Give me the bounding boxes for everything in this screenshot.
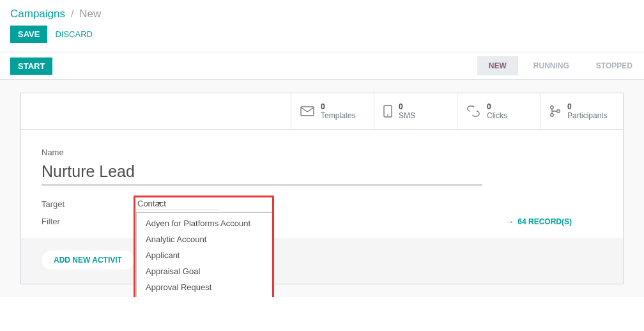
discard-button[interactable]: DISCARD	[55, 29, 93, 39]
svg-rect-0	[301, 107, 314, 116]
arrow-right-icon: →	[506, 217, 514, 226]
status-stopped[interactable]: STOPPED	[581, 56, 644, 75]
target-input[interactable]	[136, 198, 219, 210]
svg-point-4	[551, 114, 553, 116]
activity-bar: ADD NEW ACTIVIT	[21, 238, 623, 284]
name-input[interactable]	[42, 161, 482, 185]
participants-label: Participants	[567, 111, 608, 120]
sms-label: SMS	[399, 111, 415, 120]
filter-label: Filter	[42, 217, 136, 226]
stat-sms[interactable]: 0 SMS	[374, 93, 457, 129]
action-toolbar: SAVE DISCARD	[0, 26, 644, 52]
participants-count: 0	[567, 102, 608, 111]
form-card: 0 Templates 0 SMS 0 Clicks	[20, 93, 624, 284]
stat-clicks[interactable]: 0 Clicks	[457, 93, 540, 129]
svg-point-2	[387, 114, 388, 116]
mobile-icon	[383, 105, 392, 118]
dropdown-item[interactable]: Asset/Revenue Recognition	[137, 295, 272, 297]
branch-icon	[549, 105, 561, 118]
svg-point-3	[551, 106, 553, 109]
clicks-count: 0	[487, 102, 507, 111]
breadcrumb-sep: /	[71, 8, 74, 20]
breadcrumb-main[interactable]: Campaigns	[10, 8, 65, 20]
name-label: Name	[42, 148, 602, 157]
stat-participants[interactable]: 0 Participants	[540, 93, 623, 129]
dropdown-item[interactable]: Adyen for Platforms Account	[137, 215, 272, 231]
clicks-label: Clicks	[487, 111, 507, 120]
status-new[interactable]: NEW	[477, 56, 518, 75]
records-link[interactable]: 64 RECORD(S)	[518, 217, 572, 226]
dropdown-item[interactable]: Approval Request	[137, 279, 272, 295]
sms-count: 0	[399, 102, 415, 111]
templates-count: 0	[321, 102, 356, 111]
target-label: Target	[42, 198, 136, 210]
envelope-icon	[300, 106, 314, 116]
save-button[interactable]: SAVE	[10, 26, 47, 43]
dropdown-item[interactable]: Appraisal Goal	[137, 263, 272, 279]
link-icon	[466, 105, 480, 117]
status-running[interactable]: RUNNING	[518, 56, 581, 75]
add-activity-button[interactable]: ADD NEW ACTIVIT	[42, 250, 134, 270]
stat-templates[interactable]: 0 Templates	[291, 93, 374, 129]
start-button[interactable]: START	[10, 58, 52, 75]
target-dropdown-menu: Adyen for Platforms Account Analytic Acc…	[136, 212, 273, 297]
dropdown-item[interactable]: Analytic Account	[137, 231, 272, 247]
status-steps: NEW RUNNING STOPPED	[477, 56, 644, 75]
breadcrumb: Campaigns / New	[0, 0, 644, 26]
statusbar: START NEW RUNNING STOPPED	[0, 52, 644, 80]
breadcrumb-current: New	[79, 8, 101, 20]
dropdown-item[interactable]: Applicant	[137, 247, 272, 263]
templates-label: Templates	[321, 111, 356, 120]
svg-point-5	[557, 110, 560, 112]
stat-row: 0 Templates 0 SMS 0 Clicks	[21, 93, 623, 130]
